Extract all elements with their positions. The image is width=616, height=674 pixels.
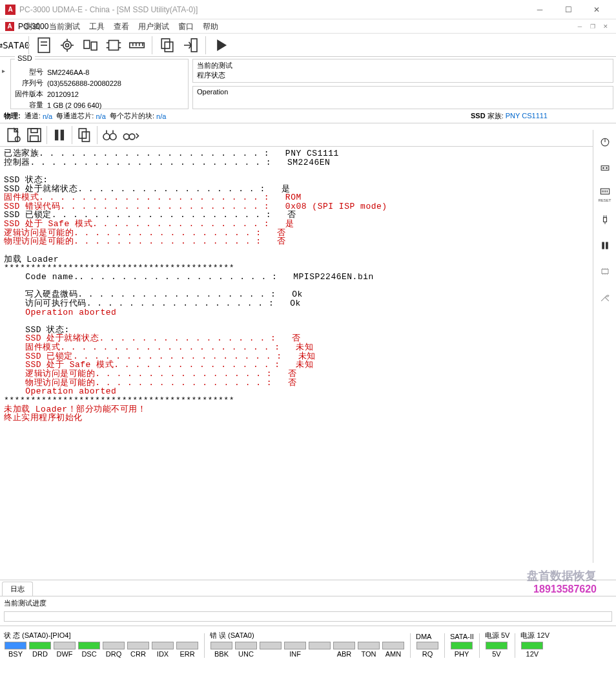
status-cell: IDX bbox=[151, 642, 174, 658]
svg-rect-23 bbox=[191, 39, 197, 52]
chip2-icon[interactable] bbox=[597, 263, 613, 280]
svg-rect-10 bbox=[91, 42, 97, 50]
pause-icon[interactable] bbox=[50, 125, 69, 145]
status-separator bbox=[515, 633, 515, 658]
status-cell-label: IDX bbox=[157, 650, 169, 658]
svg-rect-16 bbox=[130, 43, 145, 48]
save-icon[interactable] bbox=[25, 125, 44, 145]
ssd-info-table: 型号SM2246AA-8 序列号(03)5526888-20080228 固件版… bbox=[14, 66, 123, 111]
status-led bbox=[5, 642, 26, 649]
menu-user-test[interactable]: 用户测试 bbox=[138, 21, 169, 32]
status-cell-label: BSY bbox=[8, 650, 23, 658]
pause2-icon[interactable] bbox=[597, 237, 613, 254]
status-led bbox=[210, 642, 232, 649]
board-icon[interactable] bbox=[597, 160, 613, 176]
status-cell bbox=[308, 642, 331, 658]
exit-icon[interactable] bbox=[181, 36, 200, 55]
sata-port-button[interactable]: ⇄SATA0 bbox=[4, 36, 23, 55]
gear-icon[interactable] bbox=[57, 36, 77, 55]
status-bar: 状 态 (SATA0)-[PIO4] BSYDRDDWFDSCDRQCRRIDX… bbox=[0, 626, 616, 660]
menu-tools[interactable]: 工具 bbox=[89, 21, 105, 32]
svg-point-34 bbox=[110, 133, 116, 140]
phys-channel-label: 通道: bbox=[25, 111, 41, 121]
status-led bbox=[235, 642, 257, 649]
secondary-toolbar bbox=[0, 123, 616, 147]
ruler-icon[interactable] bbox=[127, 36, 147, 55]
power-icon[interactable] bbox=[597, 134, 613, 151]
ssd-box-title: SSD bbox=[15, 54, 35, 62]
copy2-icon[interactable] bbox=[75, 125, 94, 145]
mdi-minimize-button[interactable]: ─ bbox=[575, 22, 585, 31]
status-cell: BSY bbox=[4, 642, 27, 658]
document-icon[interactable] bbox=[34, 36, 54, 55]
minimize-button[interactable]: ─ bbox=[526, 1, 554, 19]
toolbar-separator bbox=[152, 36, 152, 54]
log-line: 控制器. . . . . . . . . . . . . . . . . . .… bbox=[4, 158, 330, 167]
mdi-close-button[interactable]: ✕ bbox=[601, 22, 611, 31]
svg-point-4 bbox=[66, 43, 69, 47]
tree-collapse-icon[interactable]: ▸ bbox=[2, 67, 5, 74]
menu-view[interactable]: 查看 bbox=[114, 21, 129, 32]
log-console: 已选家族. . . . . . . . . . . . . . . . . . … bbox=[0, 147, 616, 580]
tools-icon[interactable] bbox=[597, 289, 613, 306]
menubar: 测试 当前测试 工具 查看 用户测试 窗口 帮助 bbox=[0, 19, 616, 34]
reset-icon[interactable]: RESET bbox=[597, 185, 613, 202]
status-cell-label: UNC bbox=[238, 650, 254, 658]
status-cell-label: 12V bbox=[526, 650, 539, 658]
phys-block-value: n/a bbox=[156, 112, 166, 120]
chips-icon[interactable] bbox=[81, 36, 100, 55]
physical-info-row: 物理: 通道: n/a 每通道芯片: n/a 每个芯片的块: n/a SSD 家… bbox=[0, 109, 616, 123]
svg-point-3 bbox=[63, 41, 72, 49]
status-cell: ABR bbox=[333, 642, 356, 658]
status-led bbox=[486, 642, 508, 649]
watermark-phone: 18913587620 bbox=[527, 584, 597, 595]
status-led bbox=[152, 642, 174, 649]
tab-log[interactable]: 日志 bbox=[2, 582, 33, 596]
status-cell: TON bbox=[357, 642, 380, 658]
binoculars-next-icon[interactable] bbox=[121, 125, 140, 145]
info-row: ▸ SSD 型号SM2246AA-8 序列号(03)5526888-200802… bbox=[0, 57, 616, 109]
status-cell: BBK bbox=[210, 642, 233, 658]
status-group-state: 状 态 (SATA0)-[PIO4] BSYDRDDWFDSCDRQCRRIDX… bbox=[4, 631, 199, 658]
menu-window[interactable]: 窗口 bbox=[178, 21, 194, 32]
status-group-title: 状 态 (SATA0)-[PIO4] bbox=[4, 631, 199, 640]
svg-point-33 bbox=[103, 133, 110, 140]
status-cell-label: BBK bbox=[214, 650, 229, 658]
maximize-button[interactable]: ☐ bbox=[554, 1, 582, 19]
plug-icon[interactable] bbox=[597, 211, 613, 228]
status-cell: PHY bbox=[450, 642, 473, 658]
main-toolbar: ⇄SATA0 bbox=[0, 34, 616, 57]
menu-help[interactable]: 帮助 bbox=[203, 21, 218, 32]
new-doc-icon[interactable] bbox=[4, 125, 23, 145]
status-cell-label: RQ bbox=[422, 650, 433, 658]
log-line: 物理访问是可能的. . . . . . . . . . . . . . . . … bbox=[4, 237, 286, 246]
status-led bbox=[29, 642, 51, 649]
status-led bbox=[521, 642, 543, 649]
status-group-sata2: SATA-II PHY bbox=[450, 633, 474, 658]
menu-current-test[interactable]: 当前测试 bbox=[49, 21, 80, 32]
status-led bbox=[127, 642, 149, 649]
close-button[interactable]: ✕ bbox=[582, 1, 611, 19]
svg-rect-27 bbox=[31, 129, 37, 132]
status-cell-label: TON bbox=[361, 650, 376, 658]
status-cell: DRD bbox=[28, 642, 52, 658]
mdi-restore-button[interactable]: ❐ bbox=[588, 22, 598, 31]
play-icon[interactable] bbox=[211, 36, 231, 55]
svg-rect-29 bbox=[56, 130, 58, 140]
copy-icon[interactable] bbox=[158, 36, 177, 55]
status-cell-label: DRQ bbox=[106, 650, 121, 658]
side-toolbar: RESET bbox=[593, 130, 616, 563]
status-led bbox=[333, 642, 355, 649]
operation-title: Operation bbox=[197, 88, 609, 96]
binoculars-icon[interactable] bbox=[100, 125, 119, 145]
status-led bbox=[54, 642, 76, 649]
watermark: 盘首数据恢复 18913587620 bbox=[527, 568, 597, 595]
status-group-title: 电源 5V bbox=[485, 631, 510, 640]
toolbar-separator bbox=[46, 126, 47, 144]
menu-test[interactable]: 测试 bbox=[25, 21, 40, 32]
status-separator bbox=[444, 633, 445, 658]
chip-icon[interactable] bbox=[104, 36, 123, 55]
status-cell-label: CRR bbox=[130, 650, 146, 658]
outer-titlebar: A PC-3000 UDMA-E - China - [SM SSD Utili… bbox=[0, 0, 616, 19]
status-group-title: 电源 12V bbox=[520, 631, 549, 640]
